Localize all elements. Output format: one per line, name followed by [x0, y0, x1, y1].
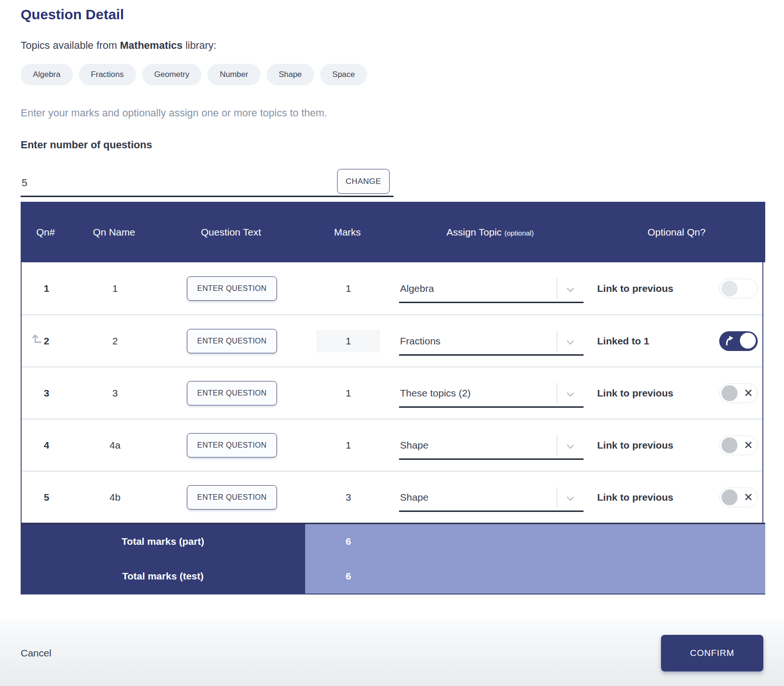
topic-select-value[interactable]: These topics (2) [399, 388, 557, 406]
chevron-down-icon[interactable] [557, 340, 584, 354]
marks-value[interactable]: 1 [346, 283, 351, 294]
topics-line-prefix: Topics available from [21, 39, 120, 51]
qn-number: 3 [22, 388, 71, 399]
topic-select[interactable]: Fractions [399, 327, 584, 356]
link-to-previous-label: Link to previous [597, 283, 673, 294]
topic-select[interactable]: Shape [399, 483, 584, 512]
question-row-3: 33ENTER QUESTION1These topics (2)Link to… [22, 366, 762, 419]
topic-select[interactable]: Shape [399, 431, 584, 460]
marks-value[interactable]: 3 [346, 492, 351, 503]
cancel-button[interactable]: Cancel [21, 648, 51, 659]
qn-number-text: 2 [44, 335, 49, 346]
total-part-value: 6 [305, 524, 392, 559]
change-button[interactable]: CHANGE [337, 169, 390, 194]
link-to-previous-toggle[interactable]: ✕ [719, 435, 758, 455]
topic-select-value[interactable]: Fractions [399, 335, 557, 354]
question-count-label: Enter number of questions [21, 139, 763, 151]
totals-fill [392, 559, 765, 594]
toggle-x-icon: ✕ [744, 388, 753, 399]
question-row-1: 11ENTER QUESTION1AlgebraLink to previous [22, 262, 762, 314]
marks-value-readonly: 1 [316, 330, 380, 352]
link-to-previous-toggle[interactable]: ✕ [719, 383, 758, 403]
qn-name[interactable]: 4b [71, 492, 159, 503]
question-row-5: 54bENTER QUESTION3ShapeLink to previous✕ [22, 471, 762, 523]
optional-qn-cell: Link to previous✕ [591, 435, 764, 455]
topic-select-value[interactable]: Shape [399, 440, 557, 458]
qn-number: 4 [22, 440, 71, 451]
toggle-knob [722, 281, 738, 297]
marks-cell: 1 [305, 330, 392, 352]
assign-topic-cell: Shape [392, 483, 591, 512]
topic-select-value[interactable]: Algebra [399, 283, 557, 302]
library-name: Mathematics [120, 39, 183, 51]
topic-chip-shape[interactable]: Shape [267, 64, 314, 85]
topic-chip-number[interactable]: Number [208, 64, 260, 85]
total-marks-test-row: Total marks (test) 6 [21, 559, 765, 594]
qn-number-text: 3 [44, 388, 49, 398]
link-to-previous-toggle[interactable]: ✕ [719, 488, 758, 507]
assign-topic-label: Assign Topic [446, 227, 502, 237]
assign-topic-cell: These topics (2) [392, 379, 591, 408]
col-header-assign-topic: Assign Topic (optional) [391, 227, 590, 238]
question-text-cell: ENTER QUESTION [159, 381, 305, 405]
question-count-value[interactable]: 5 [22, 177, 27, 189]
table-body: 11ENTER QUESTION1AlgebraLink to previous… [22, 262, 762, 523]
link-to-previous-toggle[interactable] [719, 331, 758, 351]
link-to-previous-label: Link to previous [597, 492, 673, 503]
question-text-cell: ENTER QUESTION [159, 276, 305, 301]
marks-value[interactable]: 1 [346, 388, 351, 399]
enter-question-button[interactable]: ENTER QUESTION [187, 485, 277, 510]
total-marks-part-row: Total marks (part) 6 [21, 524, 765, 559]
qn-name[interactable]: 2 [71, 335, 159, 347]
question-text-cell: ENTER QUESTION [159, 485, 305, 510]
question-count-field[interactable]: 5 CHANGE [21, 163, 393, 197]
confirm-button[interactable]: CONFIRM [661, 635, 763, 671]
table-header-row: Qn# Qn Name Question Text Marks Assign T… [21, 202, 765, 262]
enter-question-button[interactable]: ENTER QUESTION [187, 433, 277, 457]
question-row-2: 22ENTER QUESTION1FractionsLinked to 1 [22, 314, 762, 366]
topic-chip-algebra[interactable]: Algebra [21, 64, 73, 85]
enter-question-button[interactable]: ENTER QUESTION [187, 329, 277, 353]
page-title: Question Detail [21, 7, 763, 23]
total-test-value: 6 [305, 559, 392, 594]
topic-select[interactable]: Algebra [399, 274, 584, 303]
qn-name[interactable]: 3 [71, 388, 159, 399]
topic-chip-space[interactable]: Space [320, 64, 367, 85]
topic-select[interactable]: These topics (2) [399, 379, 584, 408]
link-to-previous-toggle[interactable] [719, 279, 758, 298]
link-to-previous-label: Link to previous [597, 440, 673, 451]
questions-table: Qn# Qn Name Question Text Marks Assign T… [21, 202, 763, 595]
assign-topic-cell: Shape [392, 431, 591, 460]
topic-select-value[interactable]: Shape [399, 492, 557, 511]
topics-line-suffix: library: [183, 39, 216, 51]
marks-cell: 1 [305, 388, 392, 399]
enter-question-button[interactable]: ENTER QUESTION [187, 381, 277, 405]
qn-number-text: 1 [44, 283, 49, 294]
topic-chip-fractions[interactable]: Fractions [79, 64, 136, 85]
col-header-name: Qn Name [70, 227, 158, 238]
question-row-4: 44aENTER QUESTION1ShapeLink to previous✕ [22, 419, 762, 471]
chevron-down-icon[interactable] [557, 392, 584, 406]
question-text-cell: ENTER QUESTION [159, 433, 305, 457]
link-to-previous-label: Linked to 1 [597, 335, 649, 347]
topic-chip-geometry[interactable]: Geometry [142, 64, 202, 85]
chevron-down-icon[interactable] [557, 287, 584, 302]
qn-number-text: 4 [44, 440, 49, 450]
instructions-text: Enter your marks and optionally assign o… [21, 107, 763, 119]
marks-value[interactable]: 1 [346, 440, 351, 451]
toggle-x-icon: ✕ [744, 440, 753, 451]
topics-available-line: Topics available from Mathematics librar… [21, 39, 763, 52]
qn-number: 5 [22, 492, 71, 503]
totals-section: Total marks (part) 6 Total marks (test) … [21, 523, 765, 595]
chevron-down-icon[interactable] [557, 496, 584, 511]
qn-name[interactable]: 1 [71, 283, 159, 294]
total-part-label: Total marks (part) [21, 524, 305, 559]
qn-number: 1 [22, 283, 71, 294]
toggle-x-icon: ✕ [744, 492, 753, 503]
enter-question-button[interactable]: ENTER QUESTION [187, 276, 277, 301]
qn-name[interactable]: 4a [71, 440, 159, 451]
curved-up-arrow-icon [723, 335, 735, 349]
chevron-down-icon[interactable] [557, 444, 584, 458]
marks-cell: 1 [305, 283, 392, 294]
assign-topic-cell: Fractions [392, 327, 591, 356]
